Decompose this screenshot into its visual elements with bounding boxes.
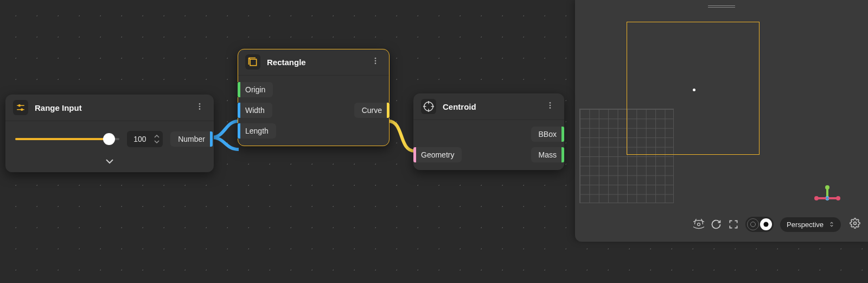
node-range-input[interactable]: Range Input 100 [5,95,214,172]
refresh-button[interactable] [711,219,722,230]
svg-point-10 [375,62,376,64]
svg-rect-7 [250,59,257,66]
node-header[interactable]: Range Input [5,95,214,121]
orbit-button[interactable] [693,219,704,230]
wireframe-mode[interactable] [747,218,759,230]
port-geometry-in[interactable]: Geometry [413,147,462,162]
node-menu-button[interactable] [193,100,206,115]
port-curve-out[interactable]: Curve [354,103,390,118]
projection-select[interactable]: Perspective [780,217,841,232]
svg-point-17 [550,105,551,106]
port-width-in[interactable]: Width [238,103,272,118]
svg-point-8 [375,58,376,59]
svg-point-21 [764,222,769,227]
svg-point-9 [375,60,376,62]
node-title: Rectangle [267,58,362,67]
svg-point-4 [199,103,201,105]
port-length-in[interactable]: Length [238,123,276,139]
preview-panel: Perspective [575,0,868,242]
crosshair-icon [421,99,436,114]
sliders-icon [13,100,28,115]
svg-point-18 [550,107,551,109]
node-rectangle[interactable]: Rectangle Origin Width Curve Length [238,49,390,146]
preview-centroid-point [693,89,695,91]
port-number-out[interactable]: Number [170,131,213,147]
node-title: Centroid [443,102,537,111]
svg-point-6 [199,108,201,110]
step-down-button[interactable] [154,139,159,144]
axis-gizmo[interactable] [816,187,838,209]
settings-button[interactable] [850,218,860,231]
node-menu-button[interactable] [544,99,557,114]
port-origin-in[interactable]: Origin [238,82,273,97]
port-bbox-out[interactable]: BBox [531,127,564,142]
preview-toolbar: Perspective [693,217,841,232]
svg-point-3 [21,109,23,110]
node-menu-button[interactable] [369,54,382,70]
svg-point-20 [751,222,756,227]
node-header[interactable]: Centroid [413,93,564,120]
fullscreen-button[interactable] [728,219,739,230]
svg-point-16 [550,102,551,104]
node-title: Range Input [35,103,187,112]
port-mass-out[interactable]: Mass [531,147,564,162]
range-number-input[interactable]: 100 [127,131,163,147]
shaded-mode[interactable] [760,218,772,230]
panel-drag-handle[interactable] [708,5,735,8]
step-up-button[interactable] [154,134,159,139]
svg-point-19 [698,223,700,226]
shading-toggle[interactable] [745,217,774,232]
svg-point-5 [199,106,201,108]
expand-toggle[interactable] [11,154,208,165]
node-centroid[interactable]: Centroid BBox Geometry Mass [413,93,564,170]
range-value: 100 [133,135,150,143]
svg-point-1 [18,105,20,106]
node-header[interactable]: Rectangle [238,49,390,76]
rectangle-icon [245,54,260,70]
range-slider[interactable] [15,133,119,146]
svg-point-22 [854,222,857,225]
